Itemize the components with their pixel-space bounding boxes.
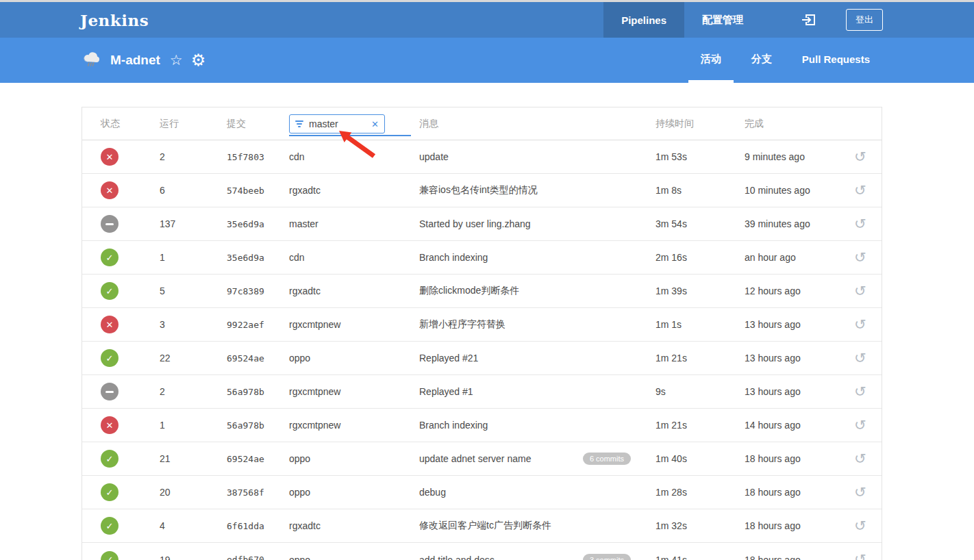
- status-success-icon: ✓: [101, 551, 118, 560]
- run-message: Replayed #21: [419, 353, 478, 364]
- tab-pull-requests[interactable]: Pull Requests: [790, 38, 882, 83]
- run-message: 新增小程序字符替换: [419, 318, 505, 331]
- replay-icon[interactable]: ↺: [854, 217, 866, 231]
- activity-row[interactable]: ✕ 6 574beeb rgxadtc 兼容ios包名传int类型的情况 1m …: [82, 174, 882, 207]
- pipeline-tabs: 活动 分支 Pull Requests: [688, 38, 882, 83]
- commits-count-badge: 3 commits: [583, 554, 631, 560]
- replay-icon[interactable]: ↺: [854, 251, 866, 265]
- run-duration: 9s: [655, 386, 745, 397]
- activity-table-header: 状态 运行 提交 ✕ 消息 持续时间 完成: [82, 107, 882, 140]
- commit-hash: 9922aef: [227, 320, 289, 330]
- col-header-message: 消息: [419, 118, 655, 130]
- col-header-status: 状态: [101, 118, 160, 130]
- branch-name: rgxadtc: [289, 285, 419, 296]
- branch-name: rgxcmtpnew: [289, 319, 419, 330]
- jenkins-logo[interactable]: Jenkins: [80, 2, 149, 38]
- replay-icon[interactable]: ↺: [854, 452, 866, 466]
- replay-icon[interactable]: ↺: [854, 418, 866, 433]
- activity-row[interactable]: ✓ 20 387568f oppo debug 1m 28s 18 hours …: [82, 476, 882, 509]
- status-failure-icon: ✕: [101, 316, 118, 333]
- replay-icon[interactable]: ↺: [854, 519, 866, 533]
- col-header-run: 运行: [160, 118, 227, 130]
- filter-funnel-icon: [295, 120, 303, 127]
- weather-raining-icon: [82, 50, 102, 71]
- nav-item-pipelines[interactable]: Pipelines: [603, 2, 684, 38]
- activity-row[interactable]: ✓ 5 97c8389 rgxadtc 删除clickmode判断条件 1m 3…: [82, 275, 882, 308]
- replay-icon[interactable]: ↺: [854, 284, 866, 298]
- run-number: 2: [160, 151, 227, 162]
- tab-activity[interactable]: 活动: [688, 38, 734, 83]
- run-number: 21: [160, 453, 227, 464]
- activity-row[interactable]: ✓ 21 69524ae oppo update adnet server na…: [82, 442, 882, 476]
- activity-row[interactable]: 137 35e6d9a master Started by user ling.…: [82, 207, 882, 241]
- activity-row[interactable]: ✓ 4 6f61dda rgxadtc 修改返回客户端tc广告判断条件 1m 3…: [82, 509, 882, 543]
- run-completed-time: 13 hours ago: [745, 353, 854, 364]
- logout-button[interactable]: 登出: [846, 9, 883, 31]
- branch-name: cdn: [289, 252, 419, 263]
- replay-icon[interactable]: ↺: [854, 318, 866, 332]
- activity-row[interactable]: ✕ 1 56a978b rgxcmtpnew Branch indexing 1…: [82, 409, 882, 442]
- branch-filter-input[interactable]: ✕: [289, 114, 385, 133]
- replay-icon[interactable]: ↺: [854, 183, 866, 198]
- replay-icon[interactable]: ↺: [854, 351, 866, 366]
- status-failure-icon: ✕: [101, 416, 118, 434]
- activity-row[interactable]: ✓ 1 35e6d9a cdn Branch indexing 2m 16s a…: [82, 241, 882, 275]
- run-number: 19: [160, 555, 227, 560]
- run-number: 6: [160, 185, 227, 196]
- branch-name: master: [289, 218, 419, 229]
- status-failure-icon: ✕: [101, 181, 118, 199]
- commits-count-badge: 6 commits: [583, 453, 631, 465]
- nav-item-config-management[interactable]: 配置管理: [684, 2, 761, 38]
- run-completed-time: 13 hours ago: [745, 386, 854, 397]
- activity-row[interactable]: ✕ 3 9922aef rgxcmtpnew 新增小程序字符替换 1m 1s 1…: [82, 308, 882, 342]
- logout-icon[interactable]: [801, 2, 817, 38]
- branch-name: rgxadtc: [289, 185, 419, 196]
- run-number: 4: [160, 520, 227, 531]
- run-message: Branch indexing: [419, 420, 488, 431]
- status-aborted-icon: [101, 215, 118, 233]
- replay-icon[interactable]: ↺: [854, 150, 866, 164]
- run-number: 1: [160, 252, 227, 263]
- col-header-completed: 完成: [745, 118, 854, 130]
- activity-row[interactable]: ✓ 22 69524ae oppo Replayed #21 1m 21s 13…: [82, 342, 882, 375]
- run-completed-time: 9 minutes ago: [745, 151, 854, 162]
- run-duration: 1m 28s: [655, 487, 745, 498]
- run-message: 修改返回客户端tc广告判断条件: [419, 520, 551, 532]
- run-duration: 1m 53s: [655, 151, 745, 162]
- run-number: 3: [160, 319, 227, 330]
- status-success-icon: ✓: [101, 249, 118, 266]
- branch-name: oppo: [289, 555, 419, 560]
- replay-icon[interactable]: ↺: [854, 485, 866, 500]
- pipeline-name: M-adnet: [110, 53, 160, 68]
- commit-hash: 574beeb: [227, 186, 289, 196]
- branch-name: cdn: [289, 151, 419, 162]
- run-completed-time: 39 minutes ago: [745, 218, 854, 229]
- status-aborted-icon: [101, 383, 118, 400]
- branch-filter-value[interactable]: [309, 118, 366, 129]
- branch-name: oppo: [289, 487, 419, 498]
- run-message: Started by user ling.zhang: [419, 218, 531, 229]
- activity-row[interactable]: 2 56a978b rgxcmtpnew Replayed #1 9s 13 h…: [82, 375, 882, 409]
- favorite-star-icon[interactable]: ☆: [170, 52, 183, 68]
- commit-hash: 15f7803: [227, 152, 289, 162]
- replay-icon[interactable]: ↺: [854, 385, 866, 399]
- run-completed-time: 10 minutes ago: [745, 185, 854, 196]
- tab-branches[interactable]: 分支: [739, 38, 784, 83]
- run-duration: 1m 21s: [655, 353, 745, 364]
- activity-row[interactable]: ✓ 19 edfb670 oppo add title and desc 3 c…: [82, 543, 882, 560]
- activity-row[interactable]: ✕ 2 15f7803 cdn update 1m 53s 9 minutes …: [82, 140, 882, 174]
- run-completed-time: 14 hours ago: [745, 420, 854, 431]
- run-completed-time: 18 hours ago: [745, 487, 854, 498]
- run-duration: 1m 32s: [655, 520, 745, 531]
- branch-name: oppo: [289, 453, 419, 464]
- run-message: update: [419, 151, 449, 162]
- run-duration: 1m 8s: [655, 185, 745, 196]
- top-navbar: Jenkins Pipelines 配置管理 登出: [0, 2, 974, 38]
- replay-icon[interactable]: ↺: [854, 552, 866, 560]
- branch-name: oppo: [289, 353, 419, 364]
- status-success-icon: ✓: [101, 483, 118, 501]
- run-duration: 1m 21s: [655, 420, 745, 431]
- branch-name: rgxadtc: [289, 520, 419, 531]
- filter-clear-icon[interactable]: ✕: [371, 119, 379, 129]
- settings-gear-icon[interactable]: ⚙: [191, 52, 206, 68]
